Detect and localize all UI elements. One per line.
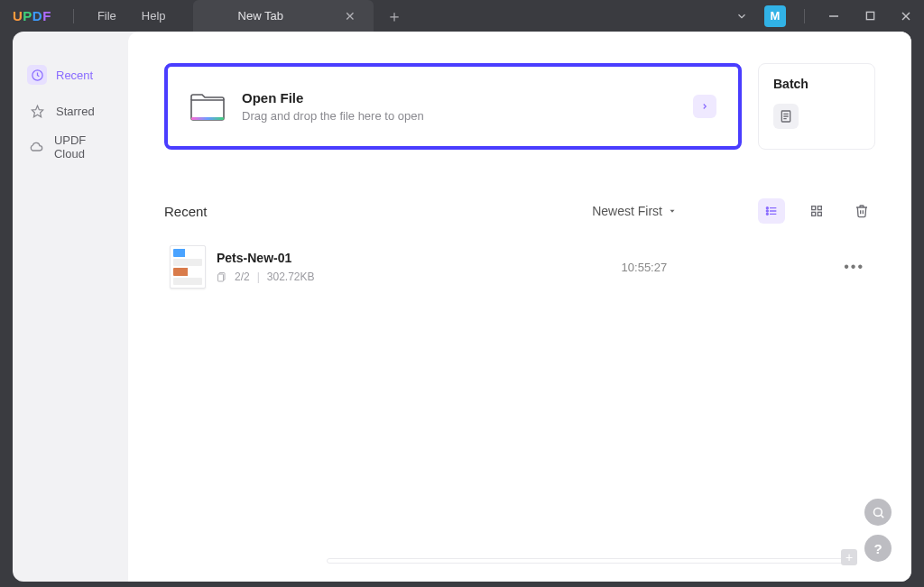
open-file-arrow-button[interactable] xyxy=(693,95,716,118)
svg-rect-19 xyxy=(818,206,821,210)
batch-card[interactable]: Batch xyxy=(758,63,875,150)
add-button[interactable]: + xyxy=(841,549,857,565)
menu-help[interactable]: Help xyxy=(129,9,179,23)
tab-new[interactable]: New Tab ✕ xyxy=(193,0,374,32)
pages-icon xyxy=(217,271,227,282)
file-name: Pets-New-01 xyxy=(217,251,315,265)
add-tab-button[interactable]: ＋ xyxy=(386,5,402,27)
star-icon xyxy=(27,101,47,121)
folder-icon xyxy=(189,91,226,122)
sidebar-item-recent[interactable]: Recent xyxy=(20,59,121,91)
open-file-subtitle: Drag and drop the file here to open xyxy=(242,109,424,123)
svg-rect-1 xyxy=(866,12,873,19)
recent-heading: Recent xyxy=(164,204,208,219)
svg-point-24 xyxy=(873,508,882,516)
view-grid-button[interactable] xyxy=(803,198,830,224)
svg-marker-5 xyxy=(32,105,43,117)
svg-rect-23 xyxy=(218,274,224,281)
file-thumbnail xyxy=(170,245,206,289)
file-time: 10:55:27 xyxy=(622,261,668,274)
caret-down-icon xyxy=(668,206,677,216)
delete-button[interactable] xyxy=(848,198,875,224)
sidebar-item-cloud[interactable]: UPDF Cloud xyxy=(20,131,121,163)
svg-rect-6 xyxy=(191,117,224,120)
view-list-button[interactable] xyxy=(758,198,785,224)
svg-point-14 xyxy=(766,210,768,212)
app-logo: UPDF xyxy=(0,8,62,23)
batch-document-icon xyxy=(773,104,799,129)
sidebar-item-label: Starred xyxy=(56,105,95,118)
search-button[interactable] xyxy=(864,499,892,526)
help-button[interactable]: ? xyxy=(864,535,892,562)
svg-rect-20 xyxy=(812,212,816,216)
main-content: Open File Drag and drop the file here to… xyxy=(128,32,911,582)
maximize-button[interactable] xyxy=(852,0,888,32)
minimize-button[interactable] xyxy=(816,0,852,32)
open-file-card[interactable]: Open File Drag and drop the file here to… xyxy=(164,63,742,150)
file-pages: 2/2 xyxy=(235,271,250,283)
tab-label: New Tab xyxy=(238,9,283,23)
sidebar: Recent Starred UPDF Cloud xyxy=(13,32,128,582)
sidebar-item-label: UPDF Cloud xyxy=(54,133,114,161)
svg-line-25 xyxy=(881,515,883,518)
svg-rect-21 xyxy=(818,212,821,216)
close-window-button[interactable] xyxy=(888,0,924,32)
batch-title: Batch xyxy=(773,77,860,91)
file-row[interactable]: Pets-New-01 2/2 | 302.72KB 10:55:27 ••• xyxy=(164,236,875,298)
sort-dropdown[interactable]: Newest First xyxy=(592,204,677,218)
sidebar-item-starred[interactable]: Starred xyxy=(20,95,121,127)
svg-rect-18 xyxy=(812,206,816,210)
sidebar-item-label: Recent xyxy=(56,69,93,82)
svg-marker-11 xyxy=(670,210,675,213)
cloud-icon xyxy=(27,137,45,157)
file-size: 302.72KB xyxy=(267,271,315,283)
svg-point-12 xyxy=(766,207,768,209)
separator xyxy=(73,9,74,23)
titlebar: UPDF File Help New Tab ✕ ＋ M xyxy=(0,0,924,32)
svg-point-16 xyxy=(766,213,768,215)
separator xyxy=(804,9,805,23)
close-tab-icon[interactable]: ✕ xyxy=(345,9,356,23)
open-file-title: Open File xyxy=(242,90,424,105)
chevron-down-icon[interactable] xyxy=(726,10,757,23)
menu-file[interactable]: File xyxy=(85,9,129,23)
sort-label: Newest First xyxy=(592,204,662,218)
file-more-button[interactable]: ••• xyxy=(838,259,870,275)
clock-icon xyxy=(27,65,47,85)
horizontal-scrollbar[interactable] xyxy=(327,558,848,564)
user-avatar[interactable]: M xyxy=(764,5,786,27)
